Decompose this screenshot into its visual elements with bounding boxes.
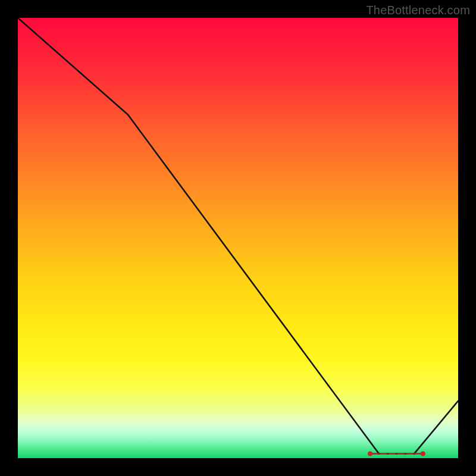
optimal-range-tick xyxy=(413,453,415,455)
optimal-range-tick xyxy=(395,453,397,455)
optimal-range-markers xyxy=(368,452,425,456)
optimal-range-tick xyxy=(404,453,406,455)
plot-area xyxy=(18,18,458,458)
optimal-range-tick xyxy=(378,453,380,455)
attribution-label: TheBottleneck.com xyxy=(366,4,470,17)
curve-layer xyxy=(18,18,458,458)
optimal-range-dot xyxy=(421,452,425,456)
bottleneck-curve xyxy=(18,18,458,454)
optimal-range-tick xyxy=(387,453,389,455)
optimal-range-dot xyxy=(368,452,372,456)
chart-frame: TheBottleneck.com xyxy=(0,0,476,476)
